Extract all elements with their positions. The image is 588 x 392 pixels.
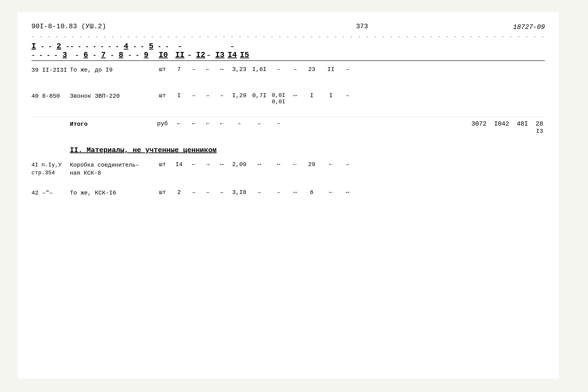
row-42-col13: ←	[321, 189, 341, 196]
row-39-col14: –	[341, 66, 355, 73]
row-42-col14: ↔	[341, 189, 355, 196]
row-40-price2: 0,7I	[250, 92, 269, 99]
table-body: 39 II-2I3I То же, до I9 шт 7 – ← ↔ 3,23 …	[32, 63, 545, 208]
itogo-col7: ←	[215, 120, 229, 127]
row-39-qty: 7	[171, 66, 187, 73]
row-39-desc: То же, до I9	[70, 66, 154, 74]
row-39-col11: –	[288, 66, 302, 73]
row-39-price2: I,6I	[250, 66, 269, 73]
col-header-1: I - - 2 - - - - - 3	[32, 42, 70, 59]
col-header-11: – II	[173, 42, 187, 59]
page: 90I-8-10.83 (УШ.2) 373 18727-09 - - - - …	[18, 12, 559, 378]
itogo-col4: ←	[171, 120, 187, 127]
row-42-col5: –	[187, 189, 201, 196]
row-41-qty: I4	[171, 161, 187, 168]
row-40-col10: 0,0I 0,0I	[269, 92, 288, 105]
table-row: 40 8-850 Звонок ЗВП-220 шт I – – – I,29 …	[32, 89, 545, 112]
itogo-row: Итого руб ← ← ← ← – – – 3072 I042 48I 28…	[32, 117, 545, 140]
row-42-col11: ↔	[288, 189, 302, 196]
row-39-col10: –	[269, 66, 288, 73]
column-headers-row: I - - 2 - - - - - 3 - - - - - - - 4 - - …	[32, 40, 545, 61]
section-title: II. Материалы, не учтенные ценником	[70, 146, 545, 154]
header-right: 18727-09	[513, 24, 545, 31]
row-41-col11: ←	[288, 161, 302, 168]
row-40-col5: –	[187, 92, 201, 99]
itogo-label: Итого	[70, 120, 154, 128]
col-header-2-3: - - - - - - - 4 - - 5 - 6 - 7 - 8 - - 9	[70, 42, 154, 59]
row-40-qty: I	[171, 92, 187, 99]
row-41-desc: Коробка соединитель– ная КСК-8	[70, 161, 154, 177]
row-42-col7: –	[215, 189, 229, 196]
col-header-15: I5	[239, 50, 250, 59]
row-40-col11: ↔	[288, 92, 302, 99]
row-40-code: 40 8-850	[32, 92, 70, 100]
row-41-price: 2,09	[229, 161, 250, 168]
row-40-desc: Звонок ЗВП-220	[70, 92, 154, 100]
row-42-qty: 2	[171, 189, 187, 196]
row-42-desc: То же, КСК-I6	[70, 189, 154, 197]
row-39-col13: II	[321, 66, 341, 73]
row-41-col9: ↔	[250, 161, 269, 168]
row-41-col10: ↔	[269, 161, 288, 168]
row-41-col13: ←	[321, 161, 341, 168]
row-41-col6: →	[201, 161, 215, 168]
row-39-col5: –	[187, 66, 201, 73]
row-40-col13: I	[321, 92, 341, 99]
row-41-unit: шт	[154, 161, 171, 168]
row-42-col12: 6	[302, 189, 321, 196]
itogo-col9: –	[250, 120, 269, 127]
itogo-col6: ←	[201, 120, 215, 127]
row-42-price: 3,I8	[229, 189, 250, 196]
itogo-col8: –	[229, 120, 250, 127]
row-39-unit: шт	[154, 66, 171, 73]
row-42-unit: шт	[154, 189, 171, 196]
itogo-col5: ←	[187, 120, 201, 127]
row-40-price1: I,29	[229, 92, 250, 99]
col-header-13: – I3	[206, 50, 225, 59]
row-41-col12: 29	[302, 161, 321, 168]
separator-dashes: - - - - - - - - - - - - - - - - - - - - …	[32, 34, 545, 40]
row-40-col6: –	[201, 92, 215, 99]
row-40-unit: шт	[154, 92, 171, 99]
header-row: 90I-8-10.83 (УШ.2) 373 18727-09	[32, 23, 545, 31]
itogo-unit: руб	[154, 120, 171, 127]
header-left: 90I-8-10.83 (УШ.2)	[32, 23, 106, 30]
row-42-col6: –	[201, 189, 215, 196]
row-39-price1: 3,23	[229, 66, 250, 73]
row-41-col7: ↔	[215, 161, 229, 168]
row-41-code: 4I п.Iу,У стр.354	[32, 161, 70, 177]
row-41-col14: –	[341, 161, 355, 168]
col-header-10: - - I0	[154, 42, 173, 59]
row-41-col5: ←	[187, 161, 201, 168]
row-40-col12: I	[302, 92, 321, 99]
table-row: 42 –"– То же, КСК-I6 шт 2 – – – 3,I8 – –…	[32, 186, 545, 208]
table-row: 39 II-2I3I То же, до I9 шт 7 – ← ↔ 3,23 …	[32, 63, 545, 85]
row-40-col7: –	[215, 92, 229, 99]
itogo-bigvals: 3072 I042 48I 28I3	[288, 120, 545, 135]
row-39-col12: 23	[302, 66, 321, 73]
row-39-col6: ←	[201, 66, 215, 73]
itogo-col10: –	[269, 120, 288, 127]
row-39-col7: ↔	[215, 66, 229, 73]
table-row: 4I п.Iу,У стр.354 Коробка соединитель– н…	[32, 158, 545, 182]
row-42-col10: –	[269, 189, 288, 196]
col-header-12: – I2	[187, 50, 206, 59]
row-42-col9: –	[250, 189, 269, 196]
row-40-col14: –	[341, 92, 355, 99]
col-header-14: – I4	[225, 42, 239, 59]
header-center: 373	[356, 23, 368, 30]
row-42-code: 42 –"–	[32, 189, 70, 197]
row-39-code: 39 II-2I3I	[32, 66, 70, 74]
